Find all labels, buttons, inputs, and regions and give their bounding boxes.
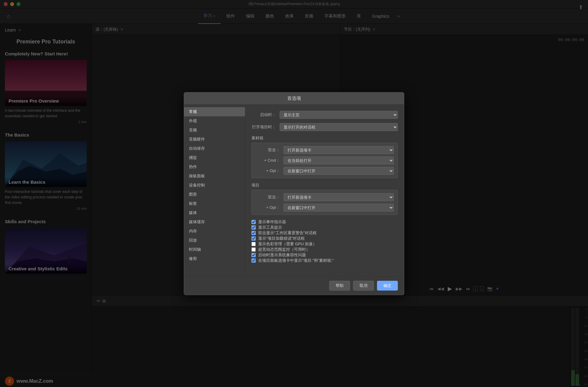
checkbox-project-panel-label: 在项目面板选项卡中显示"项目:"和"素材箱:" <box>258 258 334 263</box>
bin-opt-select[interactable]: 在新窗口中打开 <box>284 167 394 175</box>
bin-opt-row: + Opt： 在新窗口中打开 <box>255 167 394 175</box>
checkbox-events[interactable] <box>251 220 256 224</box>
bin-double-label: 双击： <box>255 147 280 153</box>
checkbox-row-3: 双击显示"工作区重置警告"对话框 <box>251 230 398 236</box>
checkboxes-group: 显示事件指示器 显示工具提示 双击显示"工作区重置警告"对话框 显示"项目加载错… <box>251 219 398 263</box>
checkbox-events-label: 显示事件指示器 <box>258 219 286 225</box>
sidebar-item-playback[interactable]: 回放 <box>184 236 245 245</box>
sidebar-item-audio[interactable]: 音频 <box>184 126 245 135</box>
project-opt-label: + Opt： <box>255 205 280 210</box>
checkbox-hdr-label: 超宽动态范围监控（可用时） <box>258 247 310 252</box>
checkbox-workspace-warning[interactable] <box>251 231 256 235</box>
startup-label: 启动时： <box>251 112 276 118</box>
open-project-label: 打开项目时： <box>251 124 276 130</box>
checkbox-row-7: 启动时显示系统兼容性问题 <box>251 252 398 258</box>
bin-double-select[interactable]: 打开新选项卡 <box>284 146 394 154</box>
help-button[interactable]: 帮助 <box>329 281 350 291</box>
sidebar-item-collaborate[interactable]: 协作 <box>184 162 245 171</box>
bin-cmd-select[interactable]: 在当前处打开 <box>284 156 394 164</box>
checkbox-compatibility-label: 启动时显示系统兼容性问题 <box>258 252 306 258</box>
project-double-select[interactable]: 打开新选项卡 <box>284 193 394 201</box>
checkbox-color-management[interactable] <box>251 242 256 246</box>
checkbox-project-panel[interactable] <box>251 258 256 263</box>
modal-overlay: 首选项 常规 外观 音频 音频硬件 自动保存 捕捉 协作 操纵面板 设备控制 图… <box>0 0 588 387</box>
checkbox-compatibility[interactable] <box>251 253 256 257</box>
checkbox-project-load-error[interactable] <box>251 236 256 241</box>
checkbox-tooltips-label: 显示工具提示 <box>258 225 282 230</box>
modal-body: 常规 外观 音频 音频硬件 自动保存 捕捉 协作 操纵面板 设备控制 图形 标签… <box>184 105 404 276</box>
project-double-label: 双击： <box>255 194 280 200</box>
bin-section: 素材箱 双击： 打开新选项卡 + Cmd： 在当前处打开 <box>251 135 398 178</box>
checkbox-row-8: 在项目面板选项卡中显示"项目:"和"素材箱:" <box>251 258 398 263</box>
startup-select[interactable]: 显示主页 <box>280 111 398 119</box>
modal-title: 首选项 <box>184 92 404 105</box>
ok-button[interactable]: 确定 <box>377 281 398 291</box>
open-project-row: 打开项目时： 显示打开的对话框 <box>251 123 398 131</box>
cancel-button[interactable]: 取消 <box>353 281 374 291</box>
sidebar-item-trim[interactable]: 修剪 <box>184 254 245 263</box>
project-section: 项目 双击： 打开新选项卡 + Opt： 在新窗口中打开 <box>251 182 398 215</box>
sidebar-item-autosave[interactable]: 自动保存 <box>184 144 245 153</box>
checkbox-row-2: 显示工具提示 <box>251 225 398 230</box>
project-double-row: 双击： 打开新选项卡 <box>255 193 394 201</box>
bin-double-row: 双击： 打开新选项卡 <box>255 146 394 154</box>
sidebar-item-media-cache[interactable]: 媒体缓存 <box>184 217 245 227</box>
checkbox-row-4: 显示"项目加载错误"对话框 <box>251 236 398 241</box>
sidebar-item-labels[interactable]: 标签 <box>184 199 245 208</box>
checkbox-color-management-label: 显示色彩管理（需要 GPU 加速） <box>258 241 317 247</box>
sidebar-item-general[interactable]: 常规 <box>184 107 245 116</box>
checkbox-tooltips[interactable] <box>251 225 256 230</box>
sidebar-item-audio-hardware[interactable]: 音频硬件 <box>184 135 245 144</box>
modal-sidebar: 常规 外观 音频 音频硬件 自动保存 捕捉 协作 操纵面板 设备控制 图形 标签… <box>184 105 245 276</box>
bin-cmd-label: + Cmd： <box>255 158 280 163</box>
open-project-select[interactable]: 显示打开的对话框 <box>280 123 398 131</box>
sidebar-item-timeline[interactable]: 时间轴 <box>184 245 245 254</box>
project-group-inner: 双击： 打开新选项卡 + Opt： 在新窗口中打开 <box>251 190 398 215</box>
sidebar-item-appearance[interactable]: 外观 <box>184 116 245 126</box>
bin-opt-label: + Opt： <box>255 168 280 174</box>
sidebar-item-memory[interactable]: 内存 <box>184 227 245 236</box>
checkbox-project-load-error-label: 显示"项目加载错误"对话框 <box>258 236 305 241</box>
checkbox-hdr[interactable] <box>251 247 256 252</box>
project-section-label: 项目 <box>251 182 398 188</box>
project-opt-row: + Opt： 在新窗口中打开 <box>255 204 394 212</box>
sidebar-item-device-control[interactable]: 设备控制 <box>184 181 245 190</box>
checkbox-row-6: 超宽动态范围监控（可用时） <box>251 247 398 252</box>
sidebar-item-control-panel[interactable]: 操纵面板 <box>184 171 245 181</box>
checkbox-row-5: 显示色彩管理（需要 GPU 加速） <box>251 241 398 247</box>
modal-content-area: 启动时： 显示主页 打开项目时： 显示打开的对话框 素材箱 <box>245 105 404 276</box>
sidebar-item-graphics[interactable]: 图形 <box>184 190 245 199</box>
sidebar-item-media[interactable]: 媒体 <box>184 208 245 217</box>
modal-footer: 帮助 取消 确定 <box>184 276 404 295</box>
bin-section-label: 素材箱 <box>251 135 398 141</box>
project-opt-select[interactable]: 在新窗口中打开 <box>284 204 394 212</box>
checkbox-workspace-warning-label: 双击显示"工作区重置警告"对话框 <box>258 230 317 236</box>
bin-cmd-row: + Cmd： 在当前处打开 <box>255 156 394 164</box>
sidebar-item-capture[interactable]: 捕捉 <box>184 153 245 162</box>
bin-group-inner: 双击： 打开新选项卡 + Cmd： 在当前处打开 + O <box>251 143 398 178</box>
preferences-modal: 首选项 常规 外观 音频 音频硬件 自动保存 捕捉 协作 操纵面板 设备控制 图… <box>184 92 404 295</box>
startup-row: 启动时： 显示主页 <box>251 111 398 119</box>
checkbox-row-1: 显示事件指示器 <box>251 219 398 225</box>
